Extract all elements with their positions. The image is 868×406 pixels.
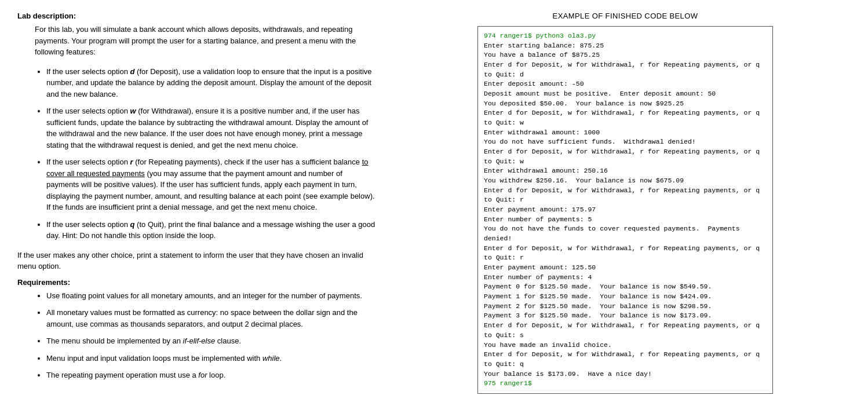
bullet-repeating: If the user selects option r (for Repeat… [46,156,377,213]
req-bullet-5: The repeating payment operation must use… [46,370,377,381]
bullet-quit: If the user selects option q (to Quit), … [46,219,377,242]
req-bullet-2: All monetary values must be formatted as… [46,307,377,330]
requirements-section: Requirements: Use floating point values … [17,278,377,381]
lab-description-label: Lab description: [17,12,377,20]
lab-description-text: For this lab, you will simulate a bank a… [35,24,377,58]
right-panel: EXAMPLE OF FINISHED CODE BELOW 974 range… [400,12,851,406]
requirements-bullets: Use floating point values for all moneta… [46,290,377,381]
bullet-deposit: If the user selects option d (for Deposi… [46,66,377,100]
example-heading: EXAMPLE OF FINISHED CODE BELOW [553,12,698,20]
req-bullet-1: Use floating point values for all moneta… [46,290,377,302]
req-bullet-3: The menu should be implemented by an if-… [46,335,377,347]
bullet-withdrawal: If the user selects option w (for Withdr… [46,105,377,151]
invalid-choice-text: If the user makes any other choice, prin… [17,250,377,272]
terminal-box: 974 ranger1$ python3 ola3.py Enter start… [477,26,773,394]
feature-bullets: If the user selects option d (for Deposi… [46,66,377,242]
requirements-label: Requirements: [17,278,377,287]
req-bullet-4: Menu input and input validation loops mu… [46,353,377,364]
left-panel: Lab description: For this lab, you will … [17,12,377,406]
